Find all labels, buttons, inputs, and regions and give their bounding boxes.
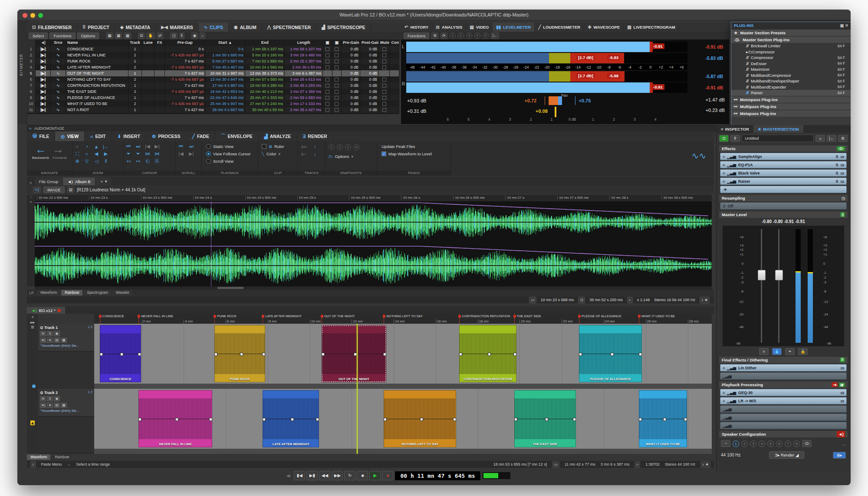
wave-display[interactable]: [35, 201, 712, 286]
source-wave-icon[interactable]: ∿: [51, 52, 66, 58]
end-cell[interactable]: 25 mn 47 s 333 ms: [245, 95, 285, 101]
length-cell[interactable]: 2 mn 57 s 360 ms: [285, 89, 323, 95]
resampling-slot[interactable]: Ɔ Off: [720, 202, 847, 210]
end-cell[interactable]: 30 mn 40 s 93 ms: [245, 107, 285, 113]
transport-next-button[interactable]: ▶▮: [306, 471, 318, 480]
table-row[interactable]: 3∥▶∥∿PUNK ROCK17 s 427 ms5 mn 27 s 587 m…: [27, 58, 399, 64]
clip-name-cell[interactable]: CONTRADICTION REFUTATION: [66, 82, 128, 89]
clip-name-cell[interactable]: NOTHING LEFT TO SAY: [66, 76, 128, 82]
master-presets-header[interactable]: ★ Master Section Presets: [731, 29, 851, 36]
comment-cell[interactable]: [390, 101, 399, 107]
effects-header[interactable]: Effects-⊡-: [719, 145, 848, 152]
monitor-icon[interactable]: ◄): [40, 338, 46, 343]
ripple-checkbox[interactable]: [335, 72, 339, 76]
speaker-config-8[interactable]: 8: [793, 440, 800, 447]
envelope-node[interactable]: [240, 353, 243, 356]
marker-never-fall-in-line[interactable]: NEVER FALL IN LINE: [138, 314, 173, 318]
postgain-cell[interactable]: 0 dB: [360, 82, 379, 89]
length-cell[interactable]: 2 mn 59 s 693 ms: [285, 95, 323, 101]
transport-stop-button[interactable]: ■: [357, 471, 368, 480]
speaker-config-6[interactable]: 6: [776, 440, 783, 447]
eye-button[interactable]: ◉: [54, 331, 60, 336]
source-wave-icon[interactable]: ∿: [51, 95, 66, 101]
clip-name-cell[interactable]: CONSCIENCE: [66, 46, 128, 52]
solo-button[interactable]: S: [835, 154, 838, 159]
master-power-button[interactable]: ⏻: [719, 135, 729, 142]
meter-settings-icon[interactable]: ⚙: [431, 33, 438, 39]
wave-cursor-position[interactable]: 10 mn 23 s 688 ms: [541, 298, 574, 302]
pregain-cell[interactable]: 0 dB: [342, 101, 360, 107]
effect-slot-samplealign[interactable]: ≡▁▃▅SampleAlignS▭: [720, 153, 847, 160]
clip-name-cell[interactable]: OUT OF THE NIGHT: [66, 70, 128, 76]
mute-cell[interactable]: [379, 82, 390, 89]
column-header[interactable]: Start ▲: [205, 39, 245, 46]
montage-clip-length[interactable]: 3 mn 6 s 387 ms: [601, 462, 630, 466]
plugin-item[interactable]: ///MultibandExpander64 F: [731, 84, 851, 90]
selection-range[interactable]: 18 mn 53 s 855 ms [7 mn 12 s]: [493, 462, 547, 466]
start-cell[interactable]: 1 mn 50 s 680 ms: [205, 52, 245, 58]
mute-cell[interactable]: [379, 70, 390, 76]
tab-filebrowser[interactable]: ⊡FILEBROWSER: [27, 23, 77, 32]
start-cell[interactable]: 13 mn 30 s 947 ms: [205, 76, 245, 82]
master-preset-field[interactable]: Untitled: [742, 135, 814, 142]
column-header[interactable]: ▣: [323, 39, 332, 46]
play-through-icon[interactable]: ∥▶∥: [36, 82, 51, 89]
mute-cell[interactable]: [379, 89, 390, 95]
meter-preset-5-button[interactable]: 5: [483, 33, 489, 39]
lock-checkbox[interactable]: [326, 84, 329, 88]
ripple-checkbox[interactable]: [335, 102, 339, 106]
envelope-node[interactable]: [639, 418, 642, 421]
play-through-icon[interactable]: ∥▶∥: [36, 76, 51, 82]
speaker-chain-icon[interactable]: -⊡-: [802, 440, 812, 447]
column-header[interactable]: Srce: [51, 39, 66, 46]
lock-cell[interactable]: [323, 101, 332, 107]
start-cell[interactable]: 7 mn 45 s 467 ms: [205, 64, 245, 70]
lock-checkbox[interactable]: [326, 59, 329, 63]
plugin-item[interactable]: ///Maximizer64 F: [731, 66, 851, 72]
envelope-node[interactable]: [322, 353, 325, 356]
pregap-cell[interactable]: 7 s 427 ms: [165, 95, 205, 101]
clip-never-fall-in-line[interactable]: NEVER FALL IN LINE: [138, 390, 212, 447]
montage-tab-rainbow[interactable]: Rainbow: [51, 454, 72, 460]
envelope-node[interactable]: [214, 353, 217, 356]
envelope-node[interactable]: [545, 418, 548, 421]
mute-cell[interactable]: [379, 58, 390, 64]
montage-cursor-position[interactable]: 11 mn 42 s 77 ms: [565, 462, 595, 466]
pregap-cell[interactable]: 0 s: [165, 46, 205, 52]
play-through-icon[interactable]: ∥▶∥: [36, 46, 51, 52]
column-header[interactable]: Pre-Gap: [165, 39, 205, 46]
drag-handle-icon[interactable]: ≡: [723, 179, 725, 184]
start-cell[interactable]: 28 mn 4 s 667 ms: [205, 107, 245, 113]
length-cell[interactable]: 1 mn 58 s 107 ms: [285, 46, 323, 52]
bypass-icon[interactable]: ⌅: [815, 135, 825, 142]
clip-late-after-midnight[interactable]: LATE AFTER MIDNIGHT: [263, 390, 319, 447]
columns-icon[interactable]: ⫴: [179, 33, 184, 39]
ribbon-tab-envelope[interactable]: ⌒ENVELOPE: [215, 131, 259, 141]
effect-slot-geq-30[interactable]: ≡▁▃▅GEQ-30▭: [720, 389, 847, 396]
meter-functions-button[interactable]: Functions: [404, 33, 429, 39]
ripple-checkbox[interactable]: [335, 47, 339, 51]
column-header[interactable]: End: [245, 39, 285, 46]
length-cell[interactable]: 3 mn 6 s 387 ms: [285, 70, 323, 76]
plugin-item[interactable]: ///Brickwall Limiter64 F: [731, 43, 851, 49]
mute-checkbox[interactable]: [382, 78, 386, 82]
navigate-back-button[interactable]: ←: [35, 143, 46, 156]
render-button[interactable]: Ǝ▸ Render ◢: [769, 451, 804, 459]
envelope-node[interactable]: [639, 353, 642, 356]
section-metapass[interactable]: ⚯Metapass Plug-ins: [731, 110, 851, 117]
comment-cell[interactable]: [390, 70, 399, 76]
map-waveform-checkbox[interactable]: ✓Map Waveform to Level: [381, 150, 450, 158]
length-cell[interactable]: 2 mn 45 s 293 ms: [285, 82, 323, 89]
wave-misc-icons[interactable]: ♪ ★: [700, 297, 710, 303]
ribbon-tab-process[interactable]: ⚙PROCESS: [146, 131, 187, 141]
pregap-cell[interactable]: 7 s 427 ms: [165, 58, 205, 64]
start-cell[interactable]: 5 mn 27 s 587 ms: [205, 58, 245, 64]
lock-cell[interactable]: [323, 64, 332, 70]
cursor-icons[interactable]: ⏮⏭|◀▶|⏷⏷⋈⋈↤↦⎗⎘: [124, 143, 175, 165]
track-lane-2[interactable]: NEVER FALL IN LINELATE AFTER MIDNIGHTNOT…: [94, 389, 712, 449]
bypass-button[interactable]: ▭: [840, 163, 844, 167]
lock-checkbox[interactable]: [326, 66, 329, 69]
pregap-cell[interactable]: -7 s 426 ms 667 µs: [165, 89, 205, 95]
eye-icon[interactable]: ◉: [191, 33, 198, 39]
drag-handle-icon[interactable]: ≡: [723, 163, 725, 167]
